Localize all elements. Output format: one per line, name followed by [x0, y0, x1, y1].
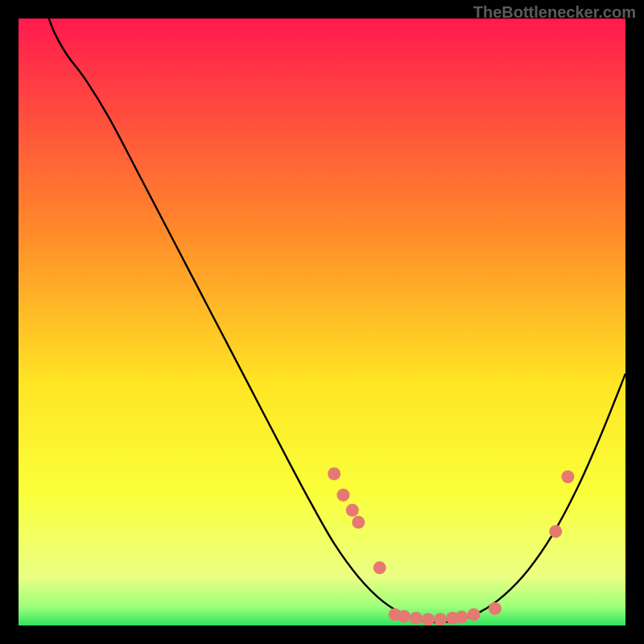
data-marker: [374, 561, 386, 574]
gradient-background: [19, 19, 625, 625]
data-marker: [336, 489, 349, 502]
data-marker: [346, 504, 359, 517]
chart-plot-area: [19, 19, 625, 625]
data-marker: [549, 525, 562, 538]
data-marker: [410, 612, 423, 625]
chart-svg: [19, 19, 625, 625]
data-marker: [352, 516, 365, 529]
data-marker: [455, 610, 468, 623]
data-marker: [468, 608, 481, 621]
data-marker: [489, 602, 502, 615]
data-marker: [328, 468, 341, 481]
watermark-text: TheBottlenecker.com: [473, 3, 636, 22]
data-marker: [434, 613, 447, 625]
data-marker: [422, 613, 435, 625]
data-marker: [561, 470, 574, 483]
data-marker: [398, 610, 411, 623]
